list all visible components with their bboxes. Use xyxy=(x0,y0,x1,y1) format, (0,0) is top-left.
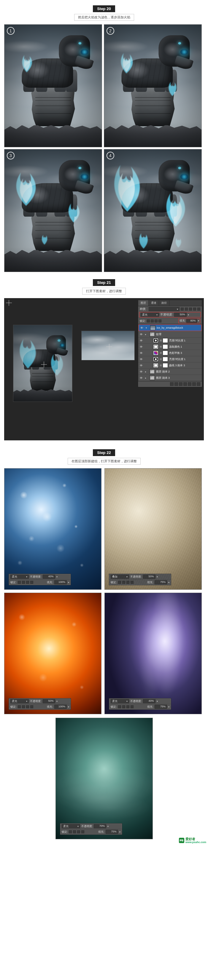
fill-input[interactable]: 100% xyxy=(54,580,67,584)
tile-number-3: 3 xyxy=(7,152,14,159)
filter-shape-icon[interactable] xyxy=(193,308,196,310)
layer-row[interactable]: 👁▾ice_by_smaragdistock xyxy=(139,325,202,331)
lock-pixel-icon[interactable] xyxy=(151,320,154,323)
lock-icon[interactable] xyxy=(131,581,133,584)
visibility-icon[interactable]: 👁 xyxy=(139,351,143,355)
fill-stepper-icon[interactable]: ▾ xyxy=(168,706,170,708)
layer-row[interactable]: 👁▸图层 副本 3 xyxy=(138,375,202,381)
filter-pixel-icon[interactable] xyxy=(181,308,184,310)
lock-icon[interactable] xyxy=(131,705,133,708)
fill-input[interactable]: 75% xyxy=(155,705,167,709)
lock-icon[interactable] xyxy=(126,581,130,584)
layer-row[interactable]: 👁▸纹理 xyxy=(138,331,202,337)
op-input[interactable]: 70% xyxy=(94,824,106,828)
trash-icon[interactable] xyxy=(197,382,200,386)
kind-select[interactable]: ▾ xyxy=(149,307,179,311)
lock-icon[interactable] xyxy=(30,581,33,584)
fill-input[interactable]: 75% xyxy=(155,580,167,584)
fill-stepper-icon[interactable]: ▾ xyxy=(168,581,170,584)
blend-select[interactable]: 柔光▾ xyxy=(10,699,29,703)
add-mask-icon[interactable] xyxy=(179,382,182,386)
filter-type-icon[interactable] xyxy=(189,308,192,310)
fill-stepper-icon[interactable]: ▾ xyxy=(68,706,69,708)
layer-name: 图层 副本 2 xyxy=(156,370,201,374)
op-input[interactable]: 40% xyxy=(43,574,55,579)
link-icon: ⛓ xyxy=(160,364,162,367)
visibility-icon[interactable]: 👁 xyxy=(139,339,143,342)
link-icon: ⛓ xyxy=(160,339,162,342)
lock-icon[interactable] xyxy=(77,830,80,833)
op-input[interactable]: 50% xyxy=(143,574,155,579)
layer-row[interactable]: 👁▸图层 副本 2 xyxy=(138,369,202,375)
fill-stepper-icon[interactable]: ▾ xyxy=(68,581,69,584)
visibility-icon[interactable]: 👁 xyxy=(140,326,144,329)
lock-icon[interactable] xyxy=(22,705,25,708)
blend-select[interactable]: 叠加▾ xyxy=(111,574,129,579)
step20-tile-2: 2 xyxy=(104,24,202,147)
lock-icon[interactable] xyxy=(118,705,121,708)
lock-icon[interactable] xyxy=(118,581,121,584)
layer-row[interactable]: 👁⛓选取颜色 1 xyxy=(138,344,202,350)
twirl-icon[interactable]: ▸ xyxy=(144,333,147,336)
blend-select[interactable]: 柔光▾ xyxy=(111,699,129,703)
lock-icon[interactable] xyxy=(122,581,125,584)
link-layers-icon[interactable] xyxy=(170,382,174,386)
twirl-icon[interactable]: ▸ xyxy=(144,377,147,379)
op-stepper-icon[interactable]: ▾ xyxy=(56,576,58,578)
blend-select[interactable]: 柔光▾ xyxy=(62,824,80,828)
new-group-icon[interactable] xyxy=(188,382,191,386)
layer-row[interactable]: 👁⛓亮度/对比度 1 xyxy=(138,356,202,363)
lock-icon[interactable] xyxy=(126,705,130,708)
fill-stepper-icon[interactable]: ▾ xyxy=(198,320,199,322)
fill-input[interactable]: 100% xyxy=(54,705,67,709)
op-stepper-icon[interactable]: ▾ xyxy=(157,576,158,578)
opacity-stepper-icon[interactable]: ▾ xyxy=(188,313,189,316)
twirl-icon[interactable]: ▾ xyxy=(145,326,148,329)
lock-icon[interactable] xyxy=(22,581,25,584)
opacity-input[interactable]: 50% xyxy=(174,313,187,317)
lock-icon[interactable] xyxy=(30,705,33,708)
twirl-icon[interactable]: ▸ xyxy=(144,371,147,373)
lock-all-icon[interactable] xyxy=(158,320,162,323)
fill-input[interactable]: 75% xyxy=(106,830,118,834)
op-stepper-icon[interactable]: ▾ xyxy=(157,700,158,703)
fill-input[interactable]: 80% xyxy=(186,319,197,323)
blend-mode-select[interactable]: 柔光▾ xyxy=(141,313,159,317)
lock-icon[interactable] xyxy=(73,830,76,833)
op-stepper-icon[interactable]: ▾ xyxy=(56,700,58,703)
op-stepper-icon[interactable]: ▾ xyxy=(107,825,109,828)
visibility-icon[interactable]: 👁 xyxy=(139,357,143,361)
watermark: PS 爱好者 www.psahc.com xyxy=(179,837,206,844)
lock-icon[interactable] xyxy=(69,830,72,833)
op-input[interactable]: 40% xyxy=(143,699,155,703)
lock-icon[interactable] xyxy=(18,581,21,584)
lock-icon[interactable] xyxy=(18,705,21,708)
visibility-icon[interactable]: 👁 xyxy=(139,376,143,380)
fill-stepper-icon[interactable]: ▾ xyxy=(119,830,120,833)
tab-layers[interactable]: 图层 xyxy=(138,300,149,306)
visibility-icon[interactable]: 👁 xyxy=(139,345,143,348)
filter-adj-icon[interactable] xyxy=(185,308,188,310)
lock-icon[interactable] xyxy=(26,705,29,708)
tab-channels[interactable]: 通道 xyxy=(149,300,159,306)
layer-row[interactable]: 👁⛓曲线 3 副本 3 xyxy=(138,363,202,369)
visibility-icon[interactable]: 👁 xyxy=(139,332,143,336)
lock-icon[interactable] xyxy=(122,705,125,708)
lock-pos-icon[interactable] xyxy=(155,320,158,323)
op-label: 不透明度: xyxy=(30,699,42,703)
tab-paths[interactable]: 路径 xyxy=(159,300,170,306)
new-adj-icon[interactable] xyxy=(183,382,187,386)
visibility-icon[interactable]: 👁 xyxy=(139,370,143,373)
filter-smart-icon[interactable] xyxy=(197,308,200,310)
layers-panel: 图层 通道 路径 种类 ▾ 柔光▾ 不透明度: 50% ▾ 锁定: 填充: xyxy=(138,300,202,387)
lock-icon[interactable] xyxy=(81,830,84,833)
lock-icon[interactable] xyxy=(26,581,29,584)
fx-icon[interactable] xyxy=(174,382,178,386)
blend-select[interactable]: 柔光▾ xyxy=(10,574,29,579)
visibility-icon[interactable]: 👁 xyxy=(139,364,143,367)
new-layer-icon[interactable] xyxy=(192,382,196,386)
op-input[interactable]: 50% xyxy=(43,699,55,703)
lock-trans-icon[interactable] xyxy=(147,320,150,323)
layer-row[interactable]: 👁⛓亮度/对比度 1 xyxy=(138,337,202,344)
layer-row[interactable]: 👁⛓色彩平衡 3 xyxy=(138,350,202,356)
